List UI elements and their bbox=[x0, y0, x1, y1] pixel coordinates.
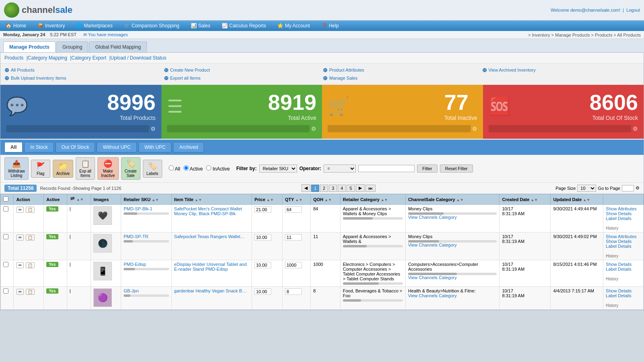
row-checkbox-3[interactable] bbox=[3, 262, 8, 267]
show-details-2[interactable]: Show Details bbox=[606, 239, 641, 244]
radio-active[interactable] bbox=[184, 165, 189, 171]
flag-sort-icon[interactable]: 🏴 ▲▼ bbox=[70, 197, 84, 202]
qa-create-product-link[interactable]: Create New Product bbox=[170, 68, 210, 72]
row-checkbox-1[interactable] bbox=[3, 206, 8, 212]
operator-select[interactable]: = != contains starts with bbox=[324, 165, 356, 173]
show-attributes-1[interactable]: Show Attributes bbox=[606, 206, 641, 211]
show-attributes-2[interactable]: Show Attributes bbox=[606, 234, 641, 239]
nav-account[interactable]: ⭐ My Account bbox=[275, 22, 312, 30]
show-details-4[interactable]: Show Details bbox=[606, 288, 641, 293]
history-link-3[interactable]: History bbox=[606, 277, 618, 281]
updated-sort[interactable]: ▲▼ bbox=[583, 198, 590, 202]
go-to-input[interactable] bbox=[622, 185, 634, 191]
row-copy-btn-2[interactable]: 📋 bbox=[26, 234, 35, 241]
qa-export-all-link[interactable]: Export all Items bbox=[170, 76, 201, 80]
label-details-1[interactable]: Label Details bbox=[606, 216, 641, 221]
stat-search-inactive[interactable] bbox=[328, 125, 471, 132]
page-5-btn[interactable]: 5 bbox=[347, 185, 355, 192]
row-checkbox-4[interactable] bbox=[3, 288, 8, 294]
qa-plus-icon[interactable]: ⊕ bbox=[4, 67, 9, 73]
price-input-4[interactable] bbox=[254, 288, 271, 295]
qty-input-1[interactable] bbox=[285, 206, 302, 213]
view-channels-link-1[interactable]: View Channels Category bbox=[408, 215, 497, 220]
page-next-btn[interactable]: ▶ bbox=[356, 184, 365, 192]
page-size-select[interactable]: 10 25 50 100 bbox=[577, 185, 596, 192]
row-copy-btn-4[interactable]: 📋 bbox=[26, 289, 35, 295]
select-all-checkbox[interactable] bbox=[3, 196, 8, 202]
filter-value-input[interactable] bbox=[358, 165, 415, 172]
ptab-out-of-stock[interactable]: Out Of Stock bbox=[56, 142, 95, 152]
page-last-btn[interactable]: ⏭ bbox=[365, 185, 376, 192]
row-copy-btn-1[interactable]: 📋 bbox=[26, 207, 35, 213]
cs-cat-sort[interactable]: ▲▼ bbox=[456, 198, 464, 202]
sku-link-2[interactable]: PMD-SP-TR bbox=[124, 234, 148, 239]
radio-all[interactable] bbox=[169, 165, 174, 171]
page-2-btn[interactable]: 2 bbox=[320, 185, 328, 192]
qty-sort[interactable]: ▲▼ bbox=[295, 198, 302, 202]
nav-comparison[interactable]: 🛒 Comparison Shopping bbox=[122, 22, 182, 30]
ptab-all[interactable]: All bbox=[4, 142, 23, 152]
sku-link-3[interactable]: PMD-Edisp bbox=[124, 262, 146, 267]
nav-marketplaces[interactable]: 🌐 Marketplaces bbox=[74, 22, 115, 30]
ptab-without-upc[interactable]: Without UPC bbox=[97, 142, 136, 152]
qty-input-3[interactable] bbox=[285, 262, 302, 268]
go-to-gear[interactable]: ⚙ bbox=[636, 185, 640, 191]
stat-gear-products[interactable]: ⚙ bbox=[151, 125, 156, 132]
radio-inactive[interactable] bbox=[206, 165, 211, 171]
ptab-in-stock[interactable]: In Stock bbox=[24, 142, 54, 152]
row-edit-btn-3[interactable]: ✏ bbox=[17, 262, 24, 268]
history-link-1[interactable]: History bbox=[606, 226, 618, 230]
stat-search-oos[interactable] bbox=[489, 125, 632, 132]
qa-all-products-link[interactable]: All Products bbox=[11, 68, 35, 72]
stat-search-active[interactable] bbox=[167, 125, 310, 132]
qa-plus-icon4[interactable]: ⊕ bbox=[482, 67, 487, 73]
reset-filter-button[interactable]: Reset Filter bbox=[440, 165, 473, 173]
btn-flag[interactable]: 🚩 Flag bbox=[31, 160, 50, 178]
qoh-sort[interactable]: ▲▼ bbox=[324, 198, 332, 202]
page-4-btn[interactable]: 4 bbox=[338, 185, 346, 192]
page-first-btn[interactable]: ◀ bbox=[301, 184, 310, 192]
qa-plus-icon3[interactable]: ⊕ bbox=[323, 67, 328, 73]
stat-gear-active[interactable]: ⚙ bbox=[311, 125, 316, 132]
sku-sort[interactable]: ▲▼ bbox=[152, 198, 159, 202]
label-details-2[interactable]: Label Details bbox=[606, 244, 641, 249]
sub-link-products[interactable]: Products bbox=[4, 55, 23, 61]
view-channels-link-3[interactable]: View Channels Category bbox=[408, 275, 497, 280]
page-3-btn[interactable]: 3 bbox=[329, 185, 337, 192]
show-details-3[interactable]: Show Details bbox=[606, 262, 641, 267]
radio-inactive-label[interactable]: InActive bbox=[206, 165, 230, 172]
row-checkbox-2[interactable] bbox=[3, 234, 8, 239]
view-channels-link-4[interactable]: View Channels Category bbox=[408, 293, 497, 298]
price-input-3[interactable] bbox=[254, 262, 271, 268]
qa-plus-icon5[interactable]: ⊕ bbox=[4, 75, 9, 81]
sub-link-category-mapping[interactable]: |Category Mapping bbox=[27, 55, 67, 61]
nav-home[interactable]: 🏠 Home bbox=[3, 22, 29, 30]
show-details-1[interactable]: Show Details bbox=[606, 211, 641, 216]
row-copy-btn-3[interactable]: 📋 bbox=[26, 262, 35, 268]
nav-calculus[interactable]: 📈 Calculus Reports bbox=[219, 22, 268, 30]
row-edit-btn-4[interactable]: ✏ bbox=[17, 289, 24, 295]
qa-manage-sales-link[interactable]: Manage Sales bbox=[329, 76, 357, 80]
stat-gear-oos[interactable]: ⚙ bbox=[633, 125, 638, 132]
logout-link[interactable]: Logout bbox=[626, 8, 640, 12]
qa-plus-icon6[interactable]: ⊕ bbox=[164, 75, 169, 81]
filter-button[interactable]: Filter bbox=[417, 165, 437, 173]
qa-view-archived-link[interactable]: View Archived Inventory bbox=[489, 68, 536, 72]
ptab-with-upc[interactable]: With UPC bbox=[138, 142, 172, 152]
sub-link-category-export[interactable]: |Category Export bbox=[70, 55, 106, 61]
created-sort[interactable]: ▲▼ bbox=[530, 198, 538, 202]
qty-input-4[interactable] bbox=[285, 288, 302, 295]
btn-create-sale[interactable]: 🏷️ CreateSale bbox=[121, 157, 140, 180]
btn-make-inactive[interactable]: ⛔ MakeInactive bbox=[97, 157, 118, 180]
stat-gear-inactive[interactable]: ⚙ bbox=[472, 125, 477, 132]
nav-inventory[interactable]: 📦 Inventory bbox=[35, 22, 67, 30]
view-channels-link-2[interactable]: View Channels Category bbox=[408, 243, 497, 247]
history-link-4[interactable]: History bbox=[606, 303, 618, 308]
qa-bulk-upload-link[interactable]: Bulk Upload Inventory Items bbox=[11, 76, 66, 80]
messages-link[interactable]: ✉ You have messages bbox=[83, 32, 128, 37]
nav-help[interactable]: ❓ Help bbox=[319, 22, 341, 30]
history-link-2[interactable]: History bbox=[606, 254, 618, 258]
price-sort[interactable]: ▲▼ bbox=[266, 198, 274, 202]
qa-plus-icon7[interactable]: ⊕ bbox=[323, 75, 328, 81]
qa-product-attributes-link[interactable]: Product Attributes bbox=[329, 68, 364, 72]
